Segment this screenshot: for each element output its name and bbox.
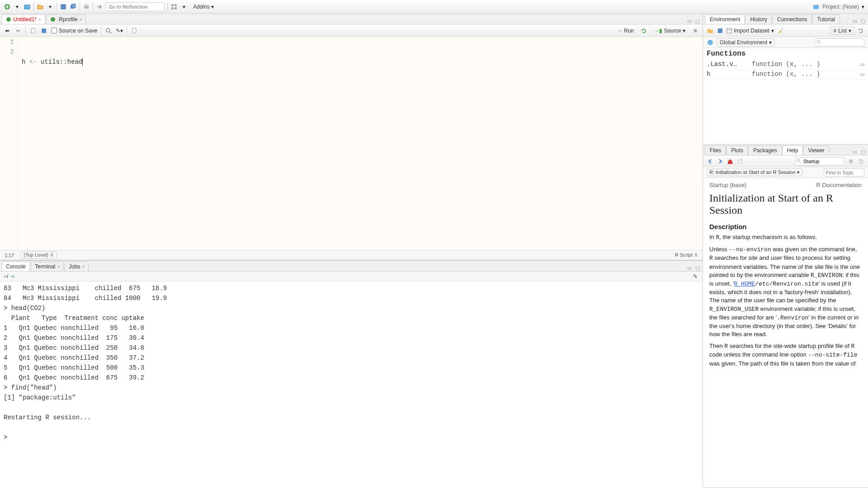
close-icon[interactable]: × (38, 17, 41, 22)
svg-rect-6 (85, 5, 88, 6)
tab-untitled1[interactable]: Untitled1* × (2, 14, 45, 24)
tab-environment[interactable]: Environment (705, 14, 745, 24)
svg-rect-7 (171, 4, 174, 6)
popout-icon[interactable] (736, 158, 744, 165)
home-icon[interactable] (726, 158, 734, 165)
minimize-icon[interactable]: ▭ (853, 18, 857, 24)
goto-icon[interactable] (96, 3, 103, 10)
svg-point-23 (708, 40, 713, 45)
svg-line-25 (820, 43, 821, 44)
source-button[interactable]: →▮ Source ▾ (651, 27, 688, 35)
back-icon[interactable] (707, 158, 714, 165)
dropdown-icon[interactable]: ▾ (862, 4, 864, 10)
wand-icon[interactable]: ✎▾ (116, 27, 123, 34)
filetype-selector[interactable]: R Script ⇳ (675, 252, 698, 258)
tab-packages[interactable]: Packages (748, 145, 782, 155)
source-tabs: Untitled1* × .Rprofile × ▭ ▢ (0, 14, 703, 24)
globe-icon (707, 39, 714, 46)
svg-line-22 (781, 28, 783, 30)
tab-tutorial[interactable]: Tutorial (812, 14, 840, 24)
tab-history[interactable]: History (745, 14, 772, 24)
view-mode-button[interactable]: ≡ List ▾ (830, 27, 854, 35)
view-fn-icon[interactable]: ▭ (861, 61, 864, 68)
new-file-icon[interactable] (4, 3, 11, 10)
tab-connections[interactable]: Connections (772, 14, 812, 24)
code-editor[interactable]: 1 2 h <- utils::head (0, 37, 703, 250)
tab-console[interactable]: Console (2, 262, 30, 271)
new-project-icon[interactable] (24, 3, 31, 10)
clear-search-icon[interactable]: ⊗ (847, 158, 854, 165)
working-dir[interactable]: ~/ (4, 273, 8, 280)
source-toolbar: ⬅ ➡ Source on Save ✎▾ → Run →▮ Source ▾ (0, 24, 703, 37)
report-icon[interactable] (131, 27, 138, 34)
maximize-icon[interactable]: ▢ (861, 18, 865, 24)
tab-rprofile[interactable]: .Rprofile × (46, 14, 86, 24)
svg-rect-20 (727, 28, 731, 33)
minimize-icon[interactable]: ▭ (687, 18, 692, 24)
help-search-input[interactable] (795, 157, 844, 165)
dropdown-icon[interactable]: ▾ (180, 3, 188, 10)
close-icon[interactable]: × (57, 264, 60, 269)
save-all-icon[interactable] (70, 3, 77, 10)
topic-selector[interactable]: R: Initialization at Start of an R Sessi… (707, 169, 802, 176)
tab-terminal[interactable]: Terminal× (31, 262, 64, 271)
project-label[interactable]: Project: (None) (822, 4, 859, 10)
console-output[interactable]: 83 Mc3 Mississippi chilled 675 18.9 84 M… (0, 282, 703, 488)
svg-rect-19 (718, 28, 722, 33)
broom-icon[interactable] (777, 27, 784, 34)
tab-viewer[interactable]: Viewer (803, 145, 829, 155)
wd-script-icon[interactable] (9, 273, 16, 280)
show-file-icon[interactable] (29, 27, 37, 34)
refresh-icon[interactable] (857, 27, 864, 34)
save-icon[interactable] (717, 27, 724, 34)
close-icon[interactable]: × (82, 264, 85, 269)
close-icon[interactable]: × (80, 17, 82, 22)
minimize-icon[interactable]: ▭ (687, 265, 692, 271)
svg-point-27 (797, 159, 800, 162)
outline-icon[interactable]: ≡ (692, 27, 699, 34)
env-row[interactable]: h function (x, ... ) ▭ (703, 70, 868, 80)
tab-plots[interactable]: Plots (726, 145, 748, 155)
run-button[interactable]: → Run (614, 27, 637, 35)
env-scope-selector[interactable]: Global Environment ▾ (717, 38, 775, 47)
goto-input[interactable] (106, 2, 165, 11)
maximize-icon[interactable]: ▢ (695, 18, 700, 24)
svg-rect-1 (24, 5, 30, 9)
clear-console-icon[interactable]: ✎ (692, 273, 699, 280)
maximize-icon[interactable]: ▢ (695, 265, 700, 271)
env-row[interactable]: .Last.v… function (x, ... ) ▭ (703, 60, 868, 70)
svg-line-28 (800, 162, 801, 163)
save-icon[interactable] (40, 27, 47, 34)
save-icon[interactable] (60, 3, 67, 10)
project-icon[interactable] (812, 3, 820, 10)
dropdown-icon[interactable]: ▾ (14, 3, 21, 10)
open-file-icon[interactable] (37, 3, 44, 10)
dropdown-icon[interactable]: ▾ (47, 3, 54, 10)
rerun-icon[interactable] (640, 27, 647, 34)
forward-icon[interactable]: ➡ (14, 27, 22, 34)
env-search-input[interactable] (815, 38, 864, 47)
tab-help[interactable]: Help (782, 145, 803, 155)
help-content[interactable]: Startup {base} R Documentation Initializ… (703, 178, 868, 488)
tab-files[interactable]: Files (705, 145, 726, 155)
find-in-topic-input[interactable] (824, 169, 864, 177)
maximize-icon[interactable]: ▢ (861, 149, 865, 155)
tab-jobs[interactable]: Jobs× (65, 262, 89, 271)
source-on-save-checkbox[interactable] (51, 28, 57, 33)
find-icon[interactable] (105, 27, 112, 34)
help-doc-label: R Documentation (816, 182, 862, 188)
help-section-heading: Description (709, 223, 862, 230)
back-icon[interactable]: ⬅ (4, 27, 11, 34)
forward-icon[interactable] (717, 158, 724, 165)
import-dataset-button[interactable]: Import Dataset ▾ (726, 28, 774, 34)
console-tabs: Console Terminal× Jobs× ▭ ▢ (0, 261, 703, 272)
scope-selector[interactable]: (Top Level) ⇳ (20, 251, 57, 259)
refresh-icon[interactable] (857, 158, 864, 165)
minimize-icon[interactable]: ▭ (853, 149, 857, 155)
rhome-link[interactable]: R_HOME (734, 281, 755, 287)
view-fn-icon[interactable]: ▭ (861, 70, 864, 78)
grid-icon[interactable] (170, 3, 178, 10)
load-icon[interactable] (707, 27, 714, 34)
addins-button[interactable]: Addins ▾ (190, 3, 217, 11)
print-icon[interactable] (83, 3, 90, 10)
